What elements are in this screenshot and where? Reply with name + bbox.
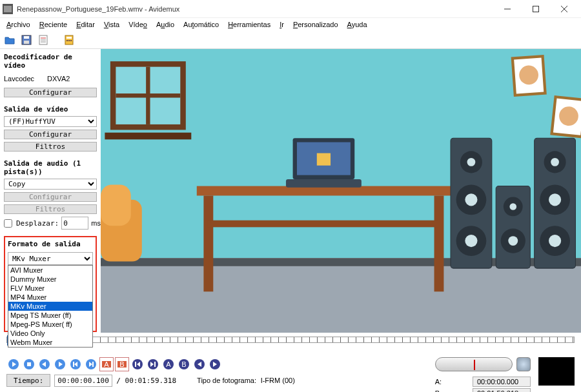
svg-point-54 [508,236,518,246]
output-format-options[interactable]: AVI MuxerDummy MuxerFLV MuxerMP4 MuxerMK… [8,265,93,348]
toolbar [0,31,581,49]
svg-rect-17 [70,40,72,41]
marker-b-label: B: [435,389,466,392]
output-format-option[interactable]: Mpeg-PS Muxer( ff) [8,320,92,329]
svg-point-50 [551,158,559,166]
info-button[interactable] [36,33,50,47]
audio-shift-checkbox[interactable] [4,219,12,228]
output-format-option[interactable]: Webm Muxer [8,338,92,347]
svg-rect-1 [4,6,12,12]
output-format-option[interactable]: FLV Muxer [8,284,92,293]
svg-text:A: A [166,360,171,368]
svg-text:A: A [104,360,109,368]
output-format-title: Formato de salida [8,240,93,248]
output-format-option[interactable]: Video Only [8,329,92,338]
play-button[interactable] [6,357,21,371]
audio-out-configure-button[interactable]: Configurar [4,192,97,202]
output-format-option[interactable]: Mpeg TS Muxer (ff) [8,311,92,320]
goto-marker-b-button[interactable]: B [177,357,191,371]
stop-button[interactable] [22,357,36,371]
close-button[interactable] [550,0,578,18]
marker-b-value: 00:01:59.318 [473,388,531,392]
svg-rect-7 [24,41,29,44]
audio-out-title: Salida de audio (1 pista(s)) [4,159,97,176]
output-format-option[interactable]: AVI Muxer [8,266,92,275]
window-controls [493,0,578,18]
svg-rect-16 [68,40,70,41]
menu-vista[interactable]: Vista [100,19,123,30]
menu-automatico[interactable]: Automático [179,19,223,30]
svg-rect-78 [135,362,136,367]
svg-point-48 [465,193,477,206]
thumbnail-preview [538,357,575,386]
titlebar: Renepassnow_Portuguese_19Feb.wmv - Avide… [0,0,581,18]
decoder-info: LavcodecDXVA2 [4,75,97,83]
next-frame-button[interactable] [53,357,67,371]
menu-reciente[interactable]: Reciente [36,19,71,30]
menu-editar[interactable]: Editar [72,19,99,30]
marker-a-label: A: [435,378,466,386]
minimize-button[interactable] [493,0,522,18]
decoder-configure-button[interactable]: Configurar [4,88,97,97]
output-format-panel: Formato de salida MKv Muxer AVI MuxerDum… [4,236,97,332]
video-out-filters-button[interactable]: Filtros [4,142,97,152]
set-marker-b-button[interactable]: B [115,357,129,371]
output-format-option[interactable]: MKv Muxer [8,302,92,311]
svg-rect-3 [533,6,539,12]
goto-marker-a-button[interactable]: A [161,357,176,371]
svg-rect-31 [208,220,438,228]
video-out-title: Salida de vídeo [4,105,97,113]
selection-table: A: 00:00:00.000 B: 00:01:59.318 Selectio… [435,377,531,392]
svg-rect-25 [105,133,191,140]
video-out-select[interactable]: (FF)HuffYUV [4,116,97,127]
svg-rect-35 [286,179,362,188]
goto-start-button[interactable] [130,357,145,371]
next-black-button[interactable] [208,357,222,371]
menu-personalizado[interactable]: Personalizado [289,19,342,30]
output-format-option[interactable]: MP4 Muxer [8,293,92,302]
menu-ir[interactable]: Ir [276,19,288,30]
svg-point-52 [549,235,561,247]
calculator-button[interactable] [62,33,76,47]
svg-point-51 [549,193,561,206]
audio-shift-input[interactable] [61,217,88,230]
svg-text:B: B [181,360,186,368]
jog-wheel[interactable] [435,357,513,371]
svg-rect-8 [24,36,29,39]
prev-keyframe-button[interactable] [68,357,83,371]
menu-ayuda[interactable]: Ayuda [343,19,371,30]
audio-out-filters-button[interactable]: Filtros [4,204,97,214]
next-keyframe-button[interactable] [84,357,98,371]
svg-rect-14 [66,37,72,39]
video-out-configure-button[interactable]: Configurar [4,130,97,139]
jog-reset-button[interactable] [516,357,531,371]
svg-rect-82 [154,362,156,367]
audio-shift-unit: ms [91,219,101,227]
save-button[interactable] [19,33,34,47]
window-title: Renepassnow_Portuguese_19Feb.wmv - Avide… [17,5,493,13]
svg-text:B: B [119,360,124,368]
menu-audio[interactable]: Audio [152,19,178,30]
video-preview [101,49,581,333]
goto-end-button[interactable] [146,357,160,371]
svg-rect-20 [101,266,581,333]
svg-rect-72 [92,362,94,367]
audio-shift-label: Desplazar: [16,219,59,228]
svg-point-53 [509,203,516,210]
time-input[interactable] [54,375,112,387]
menu-herramientas[interactable]: Herramientas [224,19,274,30]
decoder-title: Decodificador de vídeo [4,53,97,70]
prev-black-button[interactable] [192,357,207,371]
output-format-select[interactable]: MKv Muxer AVI MuxerDummy MuxerFLV MuxerM… [8,252,93,265]
time-label-button[interactable]: Tiempo: [6,374,50,387]
output-format-option[interactable]: Dummy Muxer [8,275,92,284]
menu-video[interactable]: Vídeo [125,19,151,30]
set-marker-a-button[interactable]: A [99,357,114,371]
open-file-button[interactable] [3,33,17,47]
app-icon [3,4,13,14]
prev-frame-button[interactable] [37,357,52,371]
svg-rect-34 [317,153,331,166]
maximize-button[interactable] [522,0,550,18]
audio-out-select[interactable]: Copy [4,179,97,190]
menu-archivo[interactable]: AArchivorchivo [3,19,34,30]
